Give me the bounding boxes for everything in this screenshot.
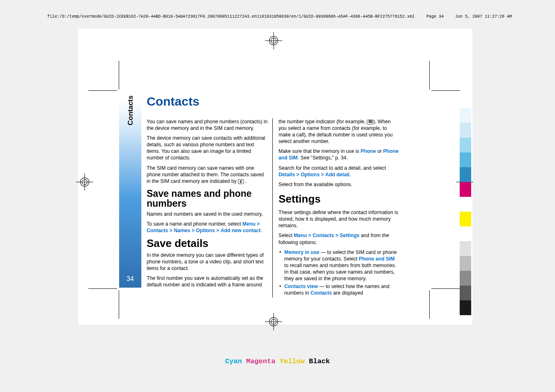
menu-link: Menu [242,221,256,227]
cmyk-cyan: Cyan [225,357,242,365]
body-text: To save a name and phone number, select … [147,221,268,234]
crop-mark [119,61,119,90]
timestamp: Jun 5, 2007 11:27:26 AM [455,14,512,19]
tab-light-2 [460,123,471,138]
breadcrumb-separator-icon: > [336,233,339,238]
breadcrumb-separator-icon: > [170,228,173,233]
tab-grey-1 [460,241,471,256]
list-item: Memory in use — to select the SIM card o… [279,249,399,282]
content: Contacts You can save names and phone nu… [147,95,405,297]
column-left: You can save names and phone numbers (co… [147,118,273,297]
tab-grey-2 [460,256,471,271]
crop-mark [431,90,460,91]
tab-grey-4 [460,286,471,300]
tab-light-1 [460,108,471,123]
body-text: These settings define where the contact … [279,209,399,229]
page-title: Contacts [147,95,405,108]
header-path: file:/D:/temp/overmode/GUID-1CEEB162-7A2… [47,14,512,19]
cmyk-black: Black [309,357,330,365]
crop-mark [88,288,117,289]
tab-black [460,300,471,315]
breadcrumb-separator-icon: > [321,172,324,178]
cmyk-footer: Cyan Magenta Yellow Black [0,357,555,365]
menu-link: Add new contact [221,228,261,233]
body-text: Select Menu > Contacts > Settings and fr… [279,232,399,245]
tab-gap-1 [460,197,471,212]
registration-mark-icon [76,173,93,191]
tab-magenta [460,182,471,197]
body-text: In the device memory you can save differ… [147,252,268,272]
body-text: Select from the available options. [279,181,399,188]
phone-icon [367,120,373,125]
list-item: Contacts view — to select how the names … [279,283,399,296]
sidebar: Contacts 34 [119,90,141,288]
breadcrumb-separator-icon: > [257,221,260,227]
menu-link: Options [196,228,215,233]
body-text: The device memory can save contacts with… [147,135,268,161]
menu-link: Names [174,228,190,233]
tab-blue-2 [460,152,471,167]
menu-link: Contacts [147,228,168,233]
body-text: The SIM card memory can save names with … [147,165,268,184]
cmyk-magenta: Magenta [246,357,275,365]
column-right: the number type indicator (for example, … [273,118,399,297]
registration-mark-icon [265,32,282,49]
crop-mark [429,61,430,90]
menu-link: Phone [361,148,376,154]
tab-yellow [460,212,471,226]
breadcrumb-separator-icon: > [296,172,299,178]
crop-mark [119,290,119,319]
cmyk-yellow: Yellow [280,357,305,365]
menu-link: Menu [294,233,307,238]
tab-grey-3 [460,271,471,286]
menu-link: Details [279,172,295,178]
body-text: Search for the contact to add a detail, … [279,165,399,178]
option-name: Contacts view [284,284,318,289]
tab-gap-2 [460,226,471,241]
body-text: You can save names and phone numbers (co… [147,118,268,131]
menu-link: Contacts [311,290,332,296]
registration-mark-icon [265,313,282,330]
breadcrumb-separator-icon: > [308,233,311,238]
options-list: Memory in use — to select the SIM card o… [279,249,399,297]
body-text: The first number you save is automatical… [147,275,268,288]
sidebar-section-label: Contacts [127,95,135,125]
color-tab-strip [460,108,471,315]
file-path: file:/D:/temp/overmode/GUID-1CEEB162-7A2… [47,14,415,19]
menu-link: Settings [340,233,359,238]
heading-settings: Settings [279,192,399,206]
breadcrumb-separator-icon: > [216,228,219,233]
breadcrumb-separator-icon: > [191,228,194,233]
tab-blue-3 [460,167,471,182]
menu-link: Options [301,172,320,178]
tab-blue-1 [460,138,471,152]
option-name: Memory in use [284,249,319,255]
heading-save-details: Save details [147,238,268,249]
menu-link: Phone and SIM [359,256,395,262]
sim-card-icon [238,179,244,184]
menu-link: Add detail [325,172,350,178]
sidebar-page-number: 34 [119,275,141,283]
menu-link: Contacts [313,233,334,238]
body-text: Make sure that the memory in use is Phon… [279,148,399,161]
crop-mark [431,288,460,289]
page-label: Page 34 [426,14,444,19]
body-text: Names and numbers are saved in the used … [147,211,268,217]
crop-mark [429,290,430,319]
crop-mark [88,90,117,91]
heading-save-names: Save names and phone numbers [147,189,268,208]
body-text: the number type indicator (for example, … [279,118,399,145]
